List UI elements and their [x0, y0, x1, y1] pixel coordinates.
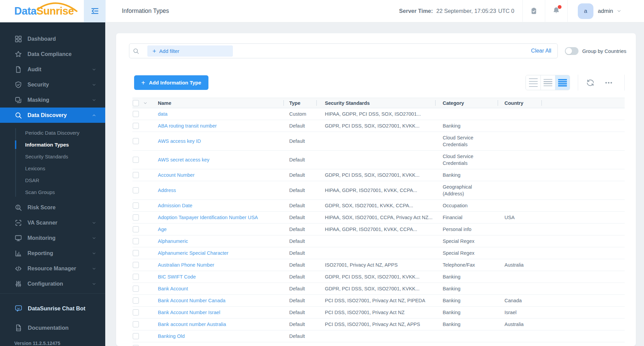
- sidebar-subitem-scan-groups[interactable]: Scan Groups: [0, 186, 105, 198]
- info-type-link[interactable]: Admission Date: [158, 203, 192, 208]
- tasks-button[interactable]: [523, 0, 545, 22]
- row-checkbox[interactable]: [133, 157, 139, 163]
- user-menu-chevron-icon[interactable]: [617, 8, 622, 14]
- row-checkbox[interactable]: [133, 226, 139, 232]
- sidebar-item-monitoring[interactable]: Monitoring: [0, 230, 105, 246]
- info-type-link[interactable]: Address: [158, 188, 176, 193]
- column-header-name[interactable]: Name: [158, 98, 283, 108]
- row-checkbox[interactable]: [133, 321, 139, 327]
- info-type-link[interactable]: AWS access key ID: [158, 138, 201, 144]
- info-type-link[interactable]: Age: [158, 227, 167, 232]
- sidebar-item-va-scanner[interactable]: VA Scanner: [0, 215, 105, 230]
- column-header-country[interactable]: Country: [498, 98, 541, 108]
- avatar[interactable]: a: [578, 3, 593, 19]
- clear-all-button[interactable]: Clear All: [531, 48, 551, 54]
- row-checkbox[interactable]: [133, 274, 139, 280]
- info-type-link[interactable]: BIC SWIFT Code: [158, 274, 196, 280]
- row-checkbox[interactable]: [133, 203, 139, 209]
- table-row: Account NumberDefaultGDPR, PCI DSS, SOX,…: [132, 169, 625, 181]
- row-checkbox[interactable]: [133, 238, 139, 244]
- row-checkbox[interactable]: [133, 286, 139, 292]
- row-checkbox[interactable]: [133, 187, 139, 193]
- documentation-icon: DOC: [14, 324, 23, 332]
- table-row: AWS access key IDDefaultCloud Service Cr…: [132, 132, 625, 151]
- sidebar-subitem-security-standards[interactable]: Security Standards: [0, 151, 105, 162]
- info-type-link[interactable]: Banking Old: [158, 333, 185, 339]
- row-empty-cell: [541, 112, 625, 116]
- sidebar-collapse-button[interactable]: [84, 0, 106, 22]
- user-name[interactable]: admin: [598, 8, 613, 14]
- info-type-link[interactable]: Bank Account Number Israel: [158, 310, 220, 315]
- row-country-cell: Australia: [498, 259, 541, 271]
- sidebar-item-configuration[interactable]: Configuration: [0, 276, 105, 291]
- row-select-cell: [132, 331, 158, 342]
- sidebar-item-reporting[interactable]: Reporting: [0, 246, 105, 261]
- row-height-large-button[interactable]: [526, 75, 540, 90]
- row-checkbox[interactable]: [133, 309, 139, 315]
- info-type-link[interactable]: Bank Account: [158, 286, 188, 291]
- row-category-cell: Banking: [435, 283, 498, 294]
- add-information-type-button[interactable]: + Add Information Type: [134, 75, 208, 90]
- info-type-link[interactable]: Adoption Taxpayer Identification Number …: [158, 215, 258, 220]
- more-actions-button[interactable]: [604, 78, 613, 87]
- sidebar-item-data-compliance[interactable]: Data Compliance: [0, 46, 105, 62]
- sidebar-item-masking[interactable]: Masking: [0, 92, 105, 108]
- row-checkbox[interactable]: [133, 214, 139, 220]
- toolbar-divider: [624, 75, 625, 91]
- select-menu-chevron-icon[interactable]: [143, 101, 148, 105]
- info-type-link[interactable]: AWS secret access key: [158, 157, 209, 162]
- info-type-link[interactable]: data: [158, 111, 167, 117]
- row-empty-cell: [541, 188, 625, 193]
- row-checkbox[interactable]: [133, 333, 139, 339]
- row-name-cell: Alphanumeric: [158, 235, 283, 247]
- sidebar-subitem-lexicons[interactable]: Lexicons: [0, 162, 105, 174]
- info-type-link[interactable]: ABA routing transit number: [158, 123, 217, 129]
- sidebar-subitem-periodic-data-discovery[interactable]: Periodic Data Discovery: [0, 127, 105, 139]
- row-checkbox[interactable]: [133, 172, 139, 178]
- info-type-link[interactable]: Alphanumeric: [158, 238, 188, 244]
- column-header-category[interactable]: Category: [435, 98, 498, 108]
- row-checkbox[interactable]: [133, 138, 139, 144]
- row-checkbox[interactable]: [133, 250, 139, 256]
- filter-search-box[interactable]: + Add filter Clear All: [129, 43, 558, 58]
- row-country-cell: Canada: [498, 295, 541, 306]
- sidebar-subitem-information-types[interactable]: Information Types: [0, 139, 105, 151]
- row-name-cell: Age: [158, 224, 283, 235]
- sidebar-item-audit[interactable]: Audit: [0, 62, 105, 77]
- column-header-type[interactable]: Type: [283, 98, 316, 108]
- table-row: Australian Phone NumberDefaultISO27001, …: [132, 259, 625, 271]
- info-type-link[interactable]: Bank account number Australia: [158, 322, 226, 327]
- sidebar-item-data-discovery[interactable]: Data Discovery: [0, 108, 105, 123]
- info-type-link[interactable]: Bank Account Number Canada: [158, 298, 225, 303]
- info-type-link[interactable]: Australian Phone Number: [158, 262, 214, 268]
- row-select-cell: [132, 319, 158, 330]
- sidebar-item-risk-score[interactable]: Risk Score: [0, 200, 105, 215]
- va-scanner-icon: [14, 219, 22, 227]
- sidebar-item-dashboard[interactable]: Dashboard: [0, 31, 105, 46]
- refresh-button[interactable]: [586, 78, 595, 87]
- sidebar-item-resource-manager[interactable]: Resource Manager: [0, 261, 105, 276]
- row-empty-cell: [541, 286, 625, 291]
- row-select-cell: [132, 200, 158, 211]
- select-all-checkbox[interactable]: [133, 100, 139, 106]
- sidebar-subitem-dsar[interactable]: DSAR: [0, 174, 105, 186]
- row-type-cell: Default: [283, 235, 316, 247]
- row-checkbox[interactable]: [133, 262, 139, 268]
- add-filter-label: Add filter: [159, 48, 179, 54]
- row-height-compact-button[interactable]: [555, 75, 570, 90]
- add-filter-button[interactable]: + Add filter: [147, 45, 233, 57]
- notifications-button[interactable]: [545, 0, 567, 22]
- column-header-security-standards[interactable]: Security Standards: [316, 98, 435, 108]
- server-time-value: 22 September, 17:05:23: [436, 8, 496, 14]
- sidebar-item-security[interactable]: Security: [0, 77, 105, 92]
- row-checkbox[interactable]: [133, 297, 139, 304]
- group-by-countries-toggle[interactable]: [565, 47, 578, 55]
- sidebar-item-documentation[interactable]: DOC Documentation: [0, 318, 105, 338]
- info-type-link[interactable]: Alphanumeric Special Character: [158, 250, 228, 256]
- sidebar-item-chat-bot[interactable]: DataSunrise Chat Bot: [0, 299, 105, 318]
- row-checkbox[interactable]: [133, 111, 139, 117]
- info-type-link[interactable]: Account Number: [158, 172, 195, 178]
- row-height-medium-button[interactable]: [540, 75, 555, 90]
- app-logo[interactable]: DataSunrise: [0, 0, 84, 22]
- row-checkbox[interactable]: [133, 123, 139, 129]
